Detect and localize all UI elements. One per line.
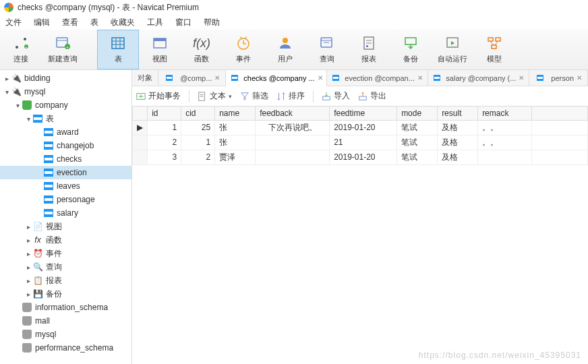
toolbar-backup-button[interactable]: 备份 xyxy=(390,30,432,69)
cell-mode[interactable]: 笔试 xyxy=(397,120,438,135)
cell-id[interactable]: 2 xyxy=(148,135,181,150)
column-header-result[interactable]: result xyxy=(438,107,478,120)
toolbar-event-button[interactable]: 事件 xyxy=(223,30,264,69)
menu-file[interactable]: 文件 xyxy=(5,17,22,28)
menu-view[interactable]: 查看 xyxy=(62,17,78,28)
column-header-name[interactable]: name xyxy=(215,107,256,120)
tree-folder-tables[interactable]: ▾ 表 xyxy=(0,112,131,125)
menu-window[interactable]: 窗口 xyxy=(175,17,192,28)
close-icon[interactable]: ✕ xyxy=(417,74,423,82)
table-row[interactable]: ▶ 1 25 张 下次再说吧。 2019-01-20 笔试 及格 。。 xyxy=(133,120,588,135)
tab-0[interactable]: 对象 xyxy=(132,70,158,86)
tree-table-changejob[interactable]: changejob xyxy=(0,139,131,152)
cell-feedtime[interactable]: 2019-01-20 xyxy=(330,150,397,164)
tree-folder-事件[interactable]: ▸ ⏰ 事件 xyxy=(0,247,131,260)
tree-connection-bidding[interactable]: ▸ 🔌 bidding xyxy=(0,71,131,85)
cell-feedtime[interactable]: 21 xyxy=(330,135,397,150)
row-pointer xyxy=(133,150,148,164)
cell-id[interactable]: 1 xyxy=(148,120,181,135)
tree-db-company[interactable]: ▾ company xyxy=(0,98,131,112)
tree-db-mysql[interactable]: mysql xyxy=(0,328,131,341)
cell-result[interactable]: 及格 xyxy=(438,120,478,135)
tab-5[interactable]: person✕ xyxy=(529,70,588,86)
column-header-mode[interactable]: mode xyxy=(397,107,438,120)
tab-2[interactable]: checks @company ...✕ xyxy=(226,70,327,86)
cell-cid[interactable]: 25 xyxy=(181,120,215,135)
tree-folder-函数[interactable]: ▸ fx 函数 xyxy=(0,233,131,247)
toolbar-function-button[interactable]: f(x) 函数 xyxy=(181,30,223,69)
cell-name[interactable]: 贾泽 xyxy=(215,150,256,164)
tab-3[interactable]: evection @compan...✕ xyxy=(327,70,428,86)
table-row[interactable]: 2 1 张 21 笔试 及格 。。 xyxy=(133,135,588,150)
tree-table-evection[interactable]: evection xyxy=(0,166,131,179)
connection-tree[interactable]: ▸ 🔌 bidding ▾ 🔌 mysql ▾ company ▾ 表 awar… xyxy=(0,70,132,364)
svg-text:+: + xyxy=(26,45,28,49)
cell-mode[interactable]: 笔试 xyxy=(397,135,438,150)
tree-table-leaves[interactable]: leaves xyxy=(0,179,131,193)
autorun-icon xyxy=(444,35,461,51)
close-icon[interactable]: ✕ xyxy=(214,74,220,82)
toolbar-new-query-button[interactable]: + 新建查询 xyxy=(42,30,84,69)
tree-connection-mysql[interactable]: ▾ 🔌 mysql xyxy=(0,85,131,98)
cell-id[interactable]: 3 xyxy=(148,150,181,164)
cell-name[interactable]: 张 xyxy=(215,135,256,150)
cell-remack[interactable] xyxy=(478,150,532,164)
menu-table[interactable]: 表 xyxy=(90,17,98,28)
tab-4[interactable]: salary @company (...✕ xyxy=(428,70,529,86)
close-icon[interactable]: ✕ xyxy=(577,74,582,82)
column-header-feedtime[interactable]: feedtime xyxy=(330,107,397,120)
toolbar-view-button[interactable]: 视图 xyxy=(139,30,181,69)
menu-tools[interactable]: 工具 xyxy=(147,17,163,28)
tree-label: changejob xyxy=(57,141,94,150)
cell-name[interactable]: 张 xyxy=(215,120,256,135)
menu-edit[interactable]: 编辑 xyxy=(34,17,50,28)
close-icon[interactable]: ✕ xyxy=(519,74,524,82)
tree-folder-报表[interactable]: ▸ 📋 报表 xyxy=(0,274,131,287)
tree-table-salary[interactable]: salary xyxy=(0,206,131,220)
cell-feedback[interactable]: 下次再说吧。 xyxy=(256,120,330,135)
cell-feedtime[interactable]: 2019-01-20 xyxy=(330,120,397,135)
close-icon[interactable]: ✕ xyxy=(318,74,323,82)
menu-help[interactable]: 帮助 xyxy=(204,17,220,28)
column-header-id[interactable]: id xyxy=(148,107,181,120)
export-button[interactable]: 导出 xyxy=(358,90,386,102)
cell-feedback[interactable] xyxy=(256,150,330,164)
tab-1[interactable]: @comp...✕ xyxy=(158,70,226,86)
toolbar-autorun-button[interactable]: 自动运行 xyxy=(432,30,473,69)
sort-button[interactable]: 排序 xyxy=(276,90,305,102)
cell-remack[interactable]: 。。 xyxy=(478,135,532,150)
cell-result[interactable]: 及格 xyxy=(438,135,478,150)
cell-remack[interactable]: 。。 xyxy=(478,120,532,135)
toolbar-query-button[interactable]: 查询 xyxy=(306,30,348,69)
tree-db-performance_schema[interactable]: performance_schema xyxy=(0,341,131,355)
tree-table-personage[interactable]: personage xyxy=(0,193,131,206)
begin-transaction-button[interactable]: 开始事务 xyxy=(136,90,181,102)
tree-table-checks[interactable]: checks xyxy=(0,152,131,166)
tree-label: mysql xyxy=(35,330,56,339)
table-row[interactable]: 3 2 贾泽 2019-01-20 笔试 及格 xyxy=(133,150,588,164)
column-header-cid[interactable]: cid xyxy=(181,107,215,120)
import-button[interactable]: 导入 xyxy=(322,90,350,102)
cell-result[interactable]: 及格 xyxy=(438,150,478,164)
tree-folder-查询[interactable]: ▸ 🔍 查询 xyxy=(0,260,131,274)
tree-db-mall[interactable]: mall xyxy=(0,314,131,328)
toolbar-table-button[interactable]: 表 xyxy=(97,30,139,69)
filter-button[interactable]: 筛选 xyxy=(240,90,268,102)
cell-cid[interactable]: 1 xyxy=(181,135,215,150)
cell-cid[interactable]: 2 xyxy=(181,150,215,164)
cell-mode[interactable]: 笔试 xyxy=(397,150,438,164)
tree-db-information_schema[interactable]: information_schema xyxy=(0,301,131,314)
tree-table-award[interactable]: award xyxy=(0,125,131,139)
menu-favorites[interactable]: 收藏夹 xyxy=(111,17,135,28)
tree-folder-备份[interactable]: ▸ 💾 备份 xyxy=(0,287,131,301)
toolbar-user-button[interactable]: 用户 xyxy=(264,30,306,69)
text-mode-button[interactable]: 文本 ▾ xyxy=(198,90,232,102)
toolbar-connection-button[interactable]: + 连接 xyxy=(0,30,42,69)
tree-folder-视图[interactable]: ▸ 📄 视图 xyxy=(0,220,131,233)
toolbar-model-button[interactable]: 模型 xyxy=(473,30,515,69)
cell-feedback[interactable] xyxy=(256,135,330,150)
data-grid[interactable]: idcidnamefeedbackfeedtimemoderesultremac… xyxy=(132,107,588,364)
toolbar-report-button[interactable]: 报表 xyxy=(348,30,390,69)
column-header-feedback[interactable]: feedback xyxy=(256,107,330,120)
column-header-remack[interactable]: remack xyxy=(478,107,532,120)
